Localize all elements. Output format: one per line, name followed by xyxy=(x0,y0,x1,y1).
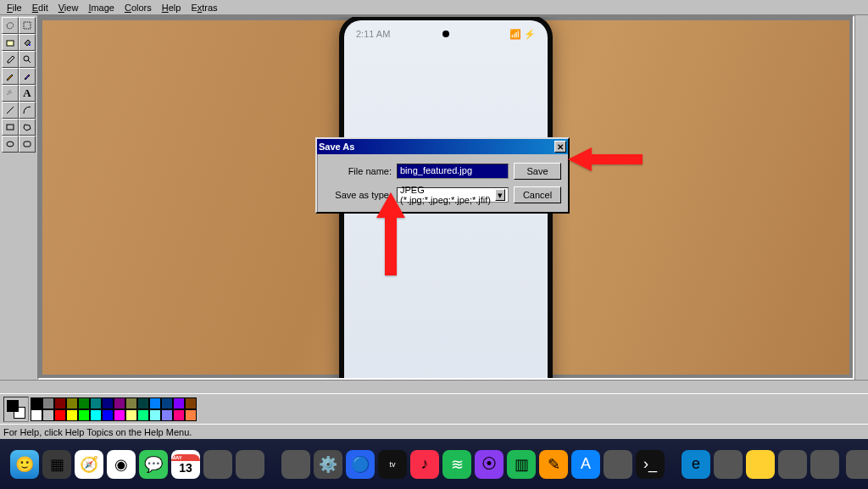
phone-brand: Microsoft xyxy=(344,378,548,380)
dock-recent-1[interactable] xyxy=(846,450,868,479)
dock-app-7[interactable] xyxy=(778,450,807,479)
menu-file[interactable]: FFileile xyxy=(2,1,27,14)
tool-roundrect[interactable] xyxy=(19,136,36,153)
svg-point-2 xyxy=(29,44,31,46)
dock-miro[interactable] xyxy=(746,450,775,479)
dialog-titlebar[interactable]: Save As ✕ xyxy=(317,139,568,154)
svg-point-6 xyxy=(10,91,11,92)
dock-chrome[interactable]: ◉ xyxy=(107,450,136,479)
color-swatch[interactable] xyxy=(31,409,42,421)
tool-eraser[interactable] xyxy=(2,34,19,51)
dock-numbers[interactable]: ▥ xyxy=(507,450,536,479)
tool-freeform-select[interactable] xyxy=(2,17,19,34)
color-swatch[interactable] xyxy=(78,397,90,409)
tool-fill[interactable] xyxy=(19,34,36,51)
color-swatch[interactable] xyxy=(102,397,114,409)
svg-marker-15 xyxy=(376,192,405,275)
color-swatch[interactable] xyxy=(66,397,78,409)
close-icon[interactable]: ✕ xyxy=(554,141,566,153)
dock-settings[interactable]: ⚙️ xyxy=(314,450,342,479)
dock-messages[interactable]: 💬 xyxy=(139,450,168,479)
chevron-down-icon[interactable]: ▾ xyxy=(495,189,505,201)
file-name-input[interactable]: bing_featured.jpg xyxy=(397,164,509,179)
tool-line[interactable] xyxy=(2,102,19,119)
color-swatch[interactable] xyxy=(137,409,149,421)
color-swatch[interactable] xyxy=(90,397,102,409)
dock-music[interactable]: ♪ xyxy=(410,450,439,479)
dock-app-4[interactable]: 🔵 xyxy=(346,450,375,479)
color-swatch[interactable] xyxy=(161,409,173,421)
color-swatch[interactable] xyxy=(114,397,125,409)
dock-app-1[interactable] xyxy=(203,450,232,479)
dock-app-8[interactable] xyxy=(810,450,839,479)
menu-colors[interactable]: Colors xyxy=(120,1,157,14)
save-type-value: JPEG (*.jpg;*.jpeg;*.jpe;*.jfif) xyxy=(400,185,495,205)
tool-text[interactable]: A xyxy=(19,85,36,102)
menu-edit[interactable]: Edit xyxy=(27,1,53,14)
color-swatch[interactable] xyxy=(185,397,197,409)
color-swatch[interactable] xyxy=(149,409,161,421)
color-swatch[interactable] xyxy=(90,409,102,421)
color-swatch[interactable] xyxy=(102,409,114,421)
tool-select[interactable] xyxy=(19,17,36,34)
dock-app-5[interactable] xyxy=(604,450,632,479)
status-bar: For Help, click Help Topics on the Help … xyxy=(0,424,868,439)
dock-edge[interactable]: e xyxy=(682,450,710,479)
horizontal-scrollbar[interactable] xyxy=(0,380,868,393)
dock-podcasts[interactable]: ⦿ xyxy=(475,450,504,479)
dock-safari[interactable]: 🧭 xyxy=(75,450,103,479)
color-swatch[interactable] xyxy=(66,409,78,421)
menu-image[interactable]: Image xyxy=(83,1,120,14)
svg-point-7 xyxy=(9,93,10,94)
color-swatch[interactable] xyxy=(42,409,54,421)
color-swatch[interactable] xyxy=(78,409,90,421)
color-swatch[interactable] xyxy=(137,397,149,409)
save-type-select[interactable]: JPEG (*.jpg;*.jpeg;*.jpe;*.jfif) ▾ xyxy=(397,187,509,203)
color-swatch[interactable] xyxy=(114,409,125,421)
cancel-button[interactable]: Cancel xyxy=(514,186,561,203)
dock-terminal[interactable]: ›_ xyxy=(636,450,665,479)
color-swatch[interactable] xyxy=(161,397,173,409)
tool-pencil[interactable] xyxy=(2,68,19,85)
color-swatch[interactable] xyxy=(185,409,197,421)
status-text: For Help, click Help Topics on the Help … xyxy=(3,427,192,437)
tool-picker[interactable] xyxy=(2,51,19,68)
tool-airbrush[interactable] xyxy=(2,85,19,102)
dock-app-3[interactable] xyxy=(281,450,310,479)
menu-help[interactable]: Help xyxy=(157,1,186,14)
color-fgbg[interactable] xyxy=(3,397,29,422)
dock-appletv[interactable]: tv xyxy=(378,450,407,479)
menu-view[interactable]: View xyxy=(53,1,84,14)
dock-finder[interactable]: 🙂 xyxy=(10,450,39,479)
save-button[interactable]: Save xyxy=(514,163,561,180)
dock-appstore[interactable]: A xyxy=(571,450,600,479)
menu-extras[interactable]: Extras xyxy=(186,1,222,14)
svg-rect-0 xyxy=(24,22,31,29)
dock-launchpad[interactable]: ▦ xyxy=(42,450,71,479)
dock-app-2[interactable] xyxy=(236,450,264,479)
color-swatch[interactable] xyxy=(173,409,185,421)
annotation-arrow-save xyxy=(568,142,644,176)
color-swatch[interactable] xyxy=(125,409,137,421)
tool-ellipse[interactable] xyxy=(2,136,19,153)
phone-time: 2:11 AM xyxy=(356,29,390,40)
tool-polygon[interactable] xyxy=(19,119,36,136)
dock-app-6[interactable] xyxy=(714,450,743,479)
color-swatch[interactable] xyxy=(54,397,66,409)
dock-pages[interactable]: ✎ xyxy=(539,450,568,479)
color-swatch[interactable] xyxy=(42,397,54,409)
color-swatch[interactable] xyxy=(125,397,137,409)
tool-curve[interactable] xyxy=(19,102,36,119)
vertical-scrollbar[interactable] xyxy=(854,15,868,380)
dock-calendar[interactable]: MAY13 xyxy=(171,450,200,479)
tool-rect[interactable] xyxy=(2,119,19,136)
color-swatch[interactable] xyxy=(54,409,66,421)
tool-brush[interactable] xyxy=(19,68,36,85)
color-swatch[interactable] xyxy=(149,397,161,409)
dialog-title: Save As xyxy=(319,142,354,152)
annotation-arrow-type xyxy=(370,192,412,277)
color-swatch[interactable] xyxy=(173,397,185,409)
dock-spotify[interactable]: ≋ xyxy=(442,450,471,479)
tool-magnifier[interactable] xyxy=(19,51,36,68)
color-swatch[interactable] xyxy=(31,397,42,409)
